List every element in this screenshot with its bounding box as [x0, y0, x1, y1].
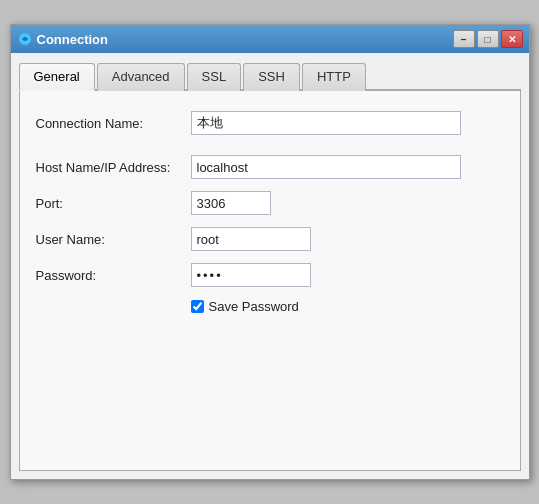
window-controls: – □ ✕	[453, 30, 523, 48]
tab-bar: General Advanced SSL SSH HTTP	[19, 61, 521, 91]
username-label: User Name:	[36, 232, 191, 247]
window-title: Connection	[37, 32, 453, 47]
host-label: Host Name/IP Address:	[36, 160, 191, 175]
password-group: Password:	[36, 263, 504, 287]
connection-name-label: Connection Name:	[36, 116, 191, 131]
tab-http[interactable]: HTTP	[302, 63, 366, 91]
tab-advanced[interactable]: Advanced	[97, 63, 185, 91]
host-group: Host Name/IP Address:	[36, 155, 504, 179]
port-input[interactable]	[191, 191, 271, 215]
host-input[interactable]	[191, 155, 461, 179]
tab-ssh[interactable]: SSH	[243, 63, 300, 91]
save-password-checkbox[interactable]	[191, 300, 204, 313]
password-input[interactable]	[191, 263, 311, 287]
window-icon	[17, 31, 33, 47]
username-input[interactable]	[191, 227, 311, 251]
minimize-button[interactable]: –	[453, 30, 475, 48]
save-password-group: Save Password	[191, 299, 504, 314]
title-bar: Connection – □ ✕	[11, 25, 529, 53]
tab-panel-general: Connection Name: Host Name/IP Address: P…	[19, 91, 521, 471]
connection-window: Connection – □ ✕ General Advanced SSL SS…	[10, 24, 530, 480]
username-group: User Name:	[36, 227, 504, 251]
window-content: General Advanced SSL SSH HTTP Connection…	[11, 53, 529, 479]
save-password-text: Save Password	[209, 299, 299, 314]
close-button[interactable]: ✕	[501, 30, 523, 48]
connection-name-group: Connection Name:	[36, 111, 504, 135]
tab-general[interactable]: General	[19, 63, 95, 91]
save-password-label[interactable]: Save Password	[191, 299, 299, 314]
maximize-button[interactable]: □	[477, 30, 499, 48]
port-group: Port:	[36, 191, 504, 215]
password-label: Password:	[36, 268, 191, 283]
tab-ssl[interactable]: SSL	[187, 63, 242, 91]
port-label: Port:	[36, 196, 191, 211]
connection-name-input[interactable]	[191, 111, 461, 135]
